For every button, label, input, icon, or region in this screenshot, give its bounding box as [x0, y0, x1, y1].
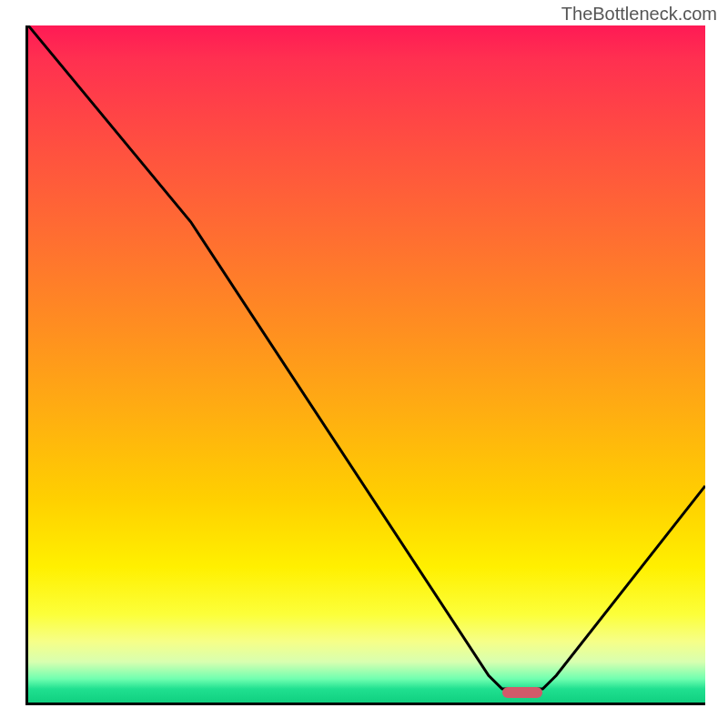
optimal-marker [502, 687, 543, 698]
watermark: TheBottleneck.com [561, 4, 717, 25]
chart-plot-area [25, 25, 705, 705]
curve-line [28, 25, 705, 689]
curve-svg [28, 25, 705, 703]
